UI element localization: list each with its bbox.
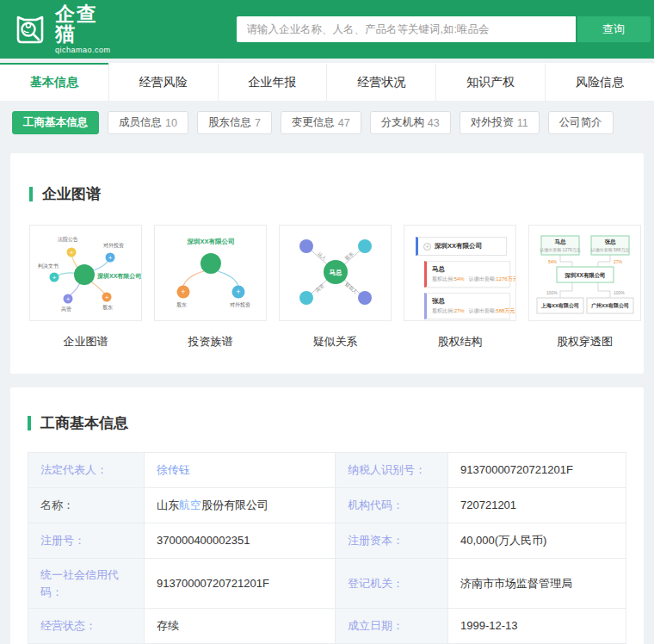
field-value-credit-code: 91370000720721201F bbox=[145, 559, 336, 609]
amount-label: 认缴出资额: bbox=[469, 276, 497, 282]
field-label-reg-capital: 注册资本： bbox=[336, 523, 448, 559]
brand-logo[interactable]: 企查猫 qichamao.com bbox=[12, 4, 111, 54]
brand-text: 企查猫 qichamao.com bbox=[55, 4, 111, 54]
circle-plus-icon: + bbox=[423, 243, 431, 251]
caption-enterprise-graph[interactable]: 企业图谱 bbox=[29, 334, 142, 350]
top-header: 企查猫 qichamao.com 查询 bbox=[0, 0, 654, 59]
tab-intellectual-property[interactable]: 知识产权 bbox=[435, 63, 545, 101]
subtab-label: 公司简介 bbox=[559, 115, 602, 130]
plus-icon: + bbox=[70, 249, 74, 257]
caption-suspected-relations[interactable]: 疑似关系 bbox=[279, 334, 392, 350]
subtab-count: 10 bbox=[165, 117, 177, 129]
section-heading: 工商基本信息 bbox=[40, 413, 128, 433]
node-label: 高管 bbox=[61, 306, 71, 313]
business-info-section: 工商基本信息 法定代表人： 徐传钰 纳税人识别号： 91370000720721… bbox=[10, 387, 644, 644]
subtab-count: 43 bbox=[428, 117, 440, 129]
tab-operating-status[interactable]: 经营状况 bbox=[326, 63, 435, 101]
equity-structure-thumbnail[interactable]: + 深圳XX有限公司 马总 股权比例:54% 认缴出资额:1276万元 张总 bbox=[404, 225, 516, 321]
tab-basic-info[interactable]: 基本信息 bbox=[0, 63, 108, 101]
subtab-investments[interactable]: 对外投资 11 bbox=[460, 111, 540, 134]
brand-name: 企查猫 bbox=[55, 4, 111, 44]
subtab-changes[interactable]: 变更信息 47 bbox=[281, 111, 361, 134]
legal-rep-link[interactable]: 徐传钰 bbox=[157, 461, 190, 479]
subtab-company-profile[interactable]: 公司简介 bbox=[548, 111, 614, 134]
field-label-status: 经营状态： bbox=[28, 609, 145, 644]
ratio-label: 股权比例: bbox=[432, 276, 454, 282]
plus-icon: + bbox=[66, 295, 71, 303]
subtab-members[interactable]: 成员信息 10 bbox=[108, 111, 188, 134]
graph-section-title: 企业图谱 bbox=[29, 184, 625, 204]
company-box: + 深圳XX有限公司 bbox=[416, 237, 507, 256]
plus-icon: + bbox=[236, 288, 240, 296]
ratio-label: 股权比例: bbox=[432, 308, 454, 313]
center-company-label: 深圳XX有限公司 bbox=[96, 273, 141, 280]
holder-box: 张总 股权比例:27% 认缴出资额:588万元 bbox=[424, 293, 510, 319]
field-label-legal-rep: 法定代表人： bbox=[28, 453, 145, 488]
search-input[interactable] bbox=[237, 16, 576, 42]
subtab-count: 47 bbox=[338, 117, 350, 129]
top-holder-name: 马总 bbox=[555, 238, 567, 245]
tab-operating-risk[interactable]: 经营风险 bbox=[108, 63, 218, 101]
center-person-label: 马总 bbox=[330, 269, 343, 276]
brand-domain: qichamao.com bbox=[55, 46, 111, 54]
plus-icon: + bbox=[108, 254, 113, 262]
edge-label: 疑似人 bbox=[344, 282, 359, 295]
equity-penetration-thumbnail[interactable]: 马总 认缴出资额 1276万元 张总 认缴出资额 588万元 54% 27% 深… bbox=[528, 225, 641, 321]
search-bar: 查询 bbox=[237, 16, 651, 42]
subtab-business-basic[interactable]: 工商基本信息 bbox=[12, 111, 99, 134]
subtab-label: 成员信息 bbox=[119, 115, 162, 130]
plus-icon: + bbox=[105, 294, 109, 301]
field-value-tax-id: 91370000720721201F bbox=[448, 453, 626, 488]
cat-magnifier-icon bbox=[12, 12, 50, 46]
subsidiary-percent: 100% bbox=[546, 290, 558, 295]
field-value-reg-no: 370000400002351 bbox=[145, 523, 336, 559]
center-company: 深圳XX有限公司 bbox=[564, 272, 606, 279]
subsidiary-name: 广州XX有限公司 bbox=[590, 302, 629, 309]
node-label: 法院公告 bbox=[58, 236, 78, 243]
field-label-name: 名称： bbox=[28, 488, 145, 523]
node-label: 判决文书 bbox=[38, 263, 59, 269]
investment-tree-thumbnail[interactable]: 深圳XX有限公司 + 股东 + 对外投资 bbox=[154, 225, 267, 321]
suspected-relations-thumbnail[interactable]: 法人 股东 高管 疑似人 马总 bbox=[279, 225, 392, 321]
node-label: 股东 bbox=[102, 304, 113, 311]
ratio-value: 54% bbox=[454, 276, 465, 282]
section-heading: 企业图谱 bbox=[42, 184, 101, 204]
name-keyword-highlight: 航空 bbox=[179, 497, 201, 514]
field-label-est-date: 成立日期： bbox=[336, 609, 448, 644]
company-label: 深圳XX有限公司 bbox=[186, 238, 234, 245]
search-button[interactable]: 查询 bbox=[577, 16, 651, 42]
caption-equity-structure[interactable]: 股权结构 bbox=[404, 334, 516, 350]
enterprise-graph-thumbnail[interactable]: 深圳XX有限公司 + 法院公告 + 对外投资 + 判决文书 + 高管 bbox=[29, 225, 142, 321]
tab-risk-info[interactable]: 风险信息 bbox=[545, 63, 654, 101]
field-label-reg-authority: 登记机关： bbox=[336, 559, 448, 609]
field-label-reg-no: 注册号： bbox=[28, 523, 145, 559]
top-holder-amount: 认缴出资额 1276万元 bbox=[539, 247, 581, 252]
tab-annual-report[interactable]: 企业年报 bbox=[218, 63, 327, 101]
subtab-label: 变更信息 bbox=[292, 115, 335, 130]
holding-percent: 54% bbox=[548, 259, 558, 264]
amount-value: 1276万元 bbox=[496, 276, 516, 282]
subtab-count: 7 bbox=[255, 117, 261, 129]
subtab-label: 对外投资 bbox=[471, 115, 514, 130]
company-name: 深圳XX有限公司 bbox=[435, 242, 482, 251]
name-suffix: 股份有限公司 bbox=[201, 497, 268, 514]
ratio-value: 27% bbox=[454, 308, 465, 313]
subsidiary-name: 上海XX有限公司 bbox=[540, 302, 579, 309]
subtab-label: 分支机构 bbox=[381, 115, 424, 130]
top-holder-name: 张总 bbox=[605, 238, 617, 245]
field-value-reg-authority: 济南市市场监督管理局 bbox=[448, 559, 626, 609]
node-label: 对外投资 bbox=[230, 301, 250, 307]
caption-equity-penetration[interactable]: 股权穿透图 bbox=[528, 334, 641, 350]
name-prefix: 山东 bbox=[157, 497, 179, 514]
field-value-reg-capital: 40,000(万人民币) bbox=[448, 523, 626, 559]
caption-investment-tree[interactable]: 投资族谱 bbox=[154, 334, 267, 350]
subtab-branches[interactable]: 分支机构 43 bbox=[370, 111, 451, 134]
plus-icon: + bbox=[52, 274, 57, 282]
field-value-est-date: 1999-12-13 bbox=[448, 609, 626, 644]
main-tabs: 基本信息 经营风险 企业年报 经营状况 知识产权 风险信息 bbox=[0, 63, 654, 102]
subtab-shareholders[interactable]: 股东信息 7 bbox=[197, 111, 272, 134]
subtab-label: 工商基本信息 bbox=[23, 115, 88, 130]
subsidiary-percent: 100% bbox=[614, 290, 625, 295]
field-label-tax-id: 纳税人识别号： bbox=[336, 453, 448, 488]
node-label: 对外投资 bbox=[103, 242, 124, 248]
